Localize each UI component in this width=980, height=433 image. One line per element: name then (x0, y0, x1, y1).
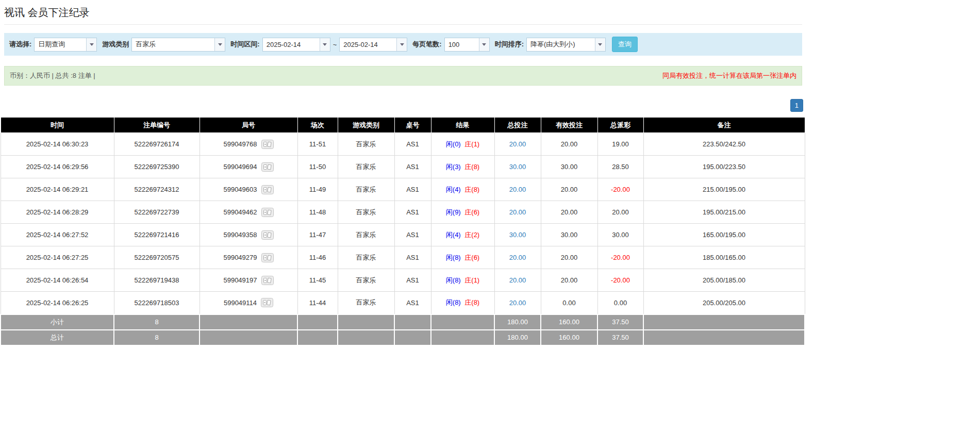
cell-round-id: 599049768 (200, 133, 297, 156)
note-value: 195.00/223.50 (703, 163, 745, 171)
time-sort-dropdown-button[interactable] (595, 38, 605, 51)
total-bet-link[interactable]: 30.00 (509, 163, 526, 171)
table-no: AS1 (406, 276, 419, 284)
cell-round-id: 599049197 (200, 269, 297, 292)
header-row: 时间 注单编号 局号 场次 游戏类别 桌号 结果 总投注 有效投注 总派彩 备注 (1, 118, 805, 133)
cell-bet-id: 522269726174 (114, 133, 200, 156)
total-bet-link[interactable]: 20.00 (509, 276, 526, 284)
cell-total-bet: 20.00 (494, 246, 541, 269)
subtotal-total-bet-cell: 180.00 (494, 314, 541, 330)
cell-table-no: AS1 (394, 201, 431, 224)
game-type-dropdown-button[interactable] (214, 38, 225, 51)
round-id: 599049279 (223, 254, 257, 261)
cell-valid-bet: 20.00 (541, 178, 597, 201)
page-size-input[interactable] (445, 38, 479, 51)
round-video-icon[interactable] (261, 162, 274, 172)
result-banker: 庄(1) (464, 276, 479, 284)
time-sort-combobox (526, 38, 606, 52)
time-sort-input[interactable] (527, 38, 595, 51)
chevron-down-icon (482, 43, 486, 46)
cell-session: 11-47 (297, 224, 338, 246)
round-id: 599049768 (223, 140, 257, 148)
total-bet-link[interactable]: 20.00 (509, 140, 526, 148)
header-result: 结果 (431, 118, 494, 133)
subtotal-empty-cell (297, 314, 338, 330)
session-no: 11-44 (309, 299, 326, 307)
page: 视讯 会员下注纪录 请选择: 游戏类别 时间区间: ~ (0, 0, 980, 433)
table-row: 2025-02-14 06:26:25 522269718503 5990491… (1, 292, 805, 314)
note-value: 223.50/242.50 (703, 140, 745, 148)
total-bet-link[interactable]: 20.00 (509, 254, 526, 261)
bet-table-body: 2025-02-14 06:30:23 522269726174 5990497… (1, 133, 805, 314)
bet-id: 522269720575 (135, 254, 179, 261)
game-type: 百家乐 (356, 163, 376, 171)
select-type-label: 请选择: (9, 40, 31, 49)
result-banker: 庄(8) (464, 298, 479, 306)
table-no: AS1 (406, 163, 419, 171)
header-game-type: 游戏类别 (338, 118, 394, 133)
game-type-input[interactable] (132, 38, 214, 51)
date-from-input[interactable] (263, 38, 320, 51)
page-size-combobox (444, 38, 490, 52)
cell-session: 11-49 (297, 178, 338, 201)
round-video-icon[interactable] (261, 208, 274, 217)
cell-game-type: 百家乐 (338, 201, 394, 224)
cell-time: 2025-02-14 06:29:56 (1, 156, 114, 178)
round-video-icon[interactable] (261, 185, 274, 194)
search-button[interactable]: 查询 (612, 37, 638, 52)
cell-round-id: 599049694 (200, 156, 297, 178)
date-from-dropdown-button[interactable] (320, 38, 330, 51)
total-bet-link[interactable]: 30.00 (509, 231, 526, 239)
cell-round-id: 599049462 (200, 201, 297, 224)
round-id: 599049358 (223, 231, 257, 239)
cell-note: 205.00/205.00 (643, 292, 805, 314)
round-video-icon[interactable] (261, 298, 273, 307)
cell-session: 11-44 (297, 292, 338, 314)
payout-value: -20.00 (611, 276, 630, 284)
date-to-dropdown-button[interactable] (396, 38, 407, 51)
query-type-dropdown-button[interactable] (86, 38, 96, 51)
cell-session: 11-48 (297, 201, 338, 224)
query-type-input[interactable] (35, 38, 86, 51)
payout-value: 0.00 (614, 299, 627, 307)
round-video-icon[interactable] (261, 140, 274, 149)
cell-valid-bet: 0.00 (541, 292, 597, 314)
total-bet-link[interactable]: 20.00 (509, 208, 526, 216)
header-bet-id: 注单编号 (114, 118, 200, 133)
round-video-icon[interactable] (261, 230, 274, 240)
cell-bet-id: 522269721416 (114, 224, 200, 246)
valid-bet: 0.00 (562, 299, 575, 307)
round-id: 599049462 (223, 208, 257, 216)
page-1-button-top[interactable]: 1 (790, 99, 803, 112)
round-video-icon[interactable] (261, 276, 274, 285)
page-title: 视讯 会员下注纪录 (4, 0, 802, 24)
cell-payout: -20.00 (597, 246, 643, 269)
date-to-input[interactable] (340, 38, 396, 51)
valid-bet: 20.00 (561, 254, 578, 261)
table-row: 2025-02-14 06:26:54 522269719438 5990491… (1, 269, 805, 292)
cell-result: 闲(3) 庄(8) (431, 156, 494, 178)
game-type-combobox (131, 38, 225, 52)
cell-bet-id: 522269722739 (114, 201, 200, 224)
cell-time: 2025-02-14 06:27:52 (1, 224, 114, 246)
cell-result: 闲(9) 庄(6) (431, 201, 494, 224)
payout-value: -20.00 (611, 254, 630, 261)
subtotal-valid-bet-cell: 160.00 (541, 314, 597, 330)
cell-note: 215.00/195.00 (643, 178, 805, 201)
valid-bet: 20.00 (561, 140, 578, 148)
date-from-combobox (262, 38, 330, 52)
cell-game-type: 百家乐 (338, 178, 394, 201)
cell-time: 2025-02-14 06:30:23 (1, 133, 114, 156)
table-no: AS1 (406, 208, 419, 216)
total-bet-link[interactable]: 20.00 (509, 299, 526, 307)
bet-time: 2025-02-14 06:26:25 (26, 299, 89, 307)
bet-time: 2025-02-14 06:30:23 (26, 140, 89, 148)
page-size-dropdown-button[interactable] (479, 38, 489, 51)
cell-payout: -20.00 (597, 269, 643, 292)
payout-value: 30.00 (612, 231, 629, 239)
table-header: 时间 注单编号 局号 场次 游戏类别 桌号 结果 总投注 有效投注 总派彩 备注 (1, 118, 805, 133)
total-bet-link[interactable]: 20.00 (509, 186, 526, 193)
round-video-icon[interactable] (261, 253, 274, 262)
cell-note: 165.00/195.00 (643, 224, 805, 246)
cell-valid-bet: 20.00 (541, 269, 597, 292)
